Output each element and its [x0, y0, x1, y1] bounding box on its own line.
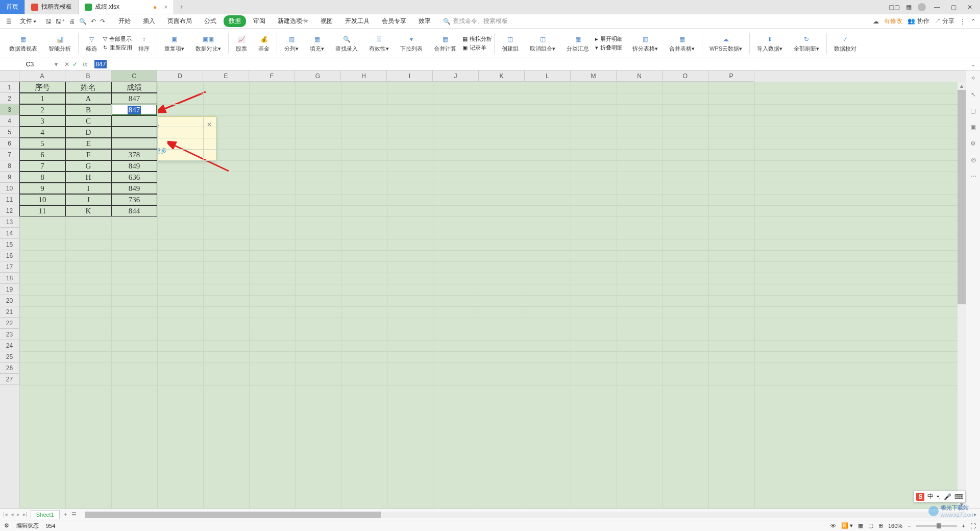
- view-break-icon[interactable]: ⊞: [878, 522, 883, 529]
- coop-button[interactable]: 👥 协作: [908, 17, 929, 26]
- cell-B6[interactable]: E: [65, 138, 111, 149]
- consol-button[interactable]: ▦合并计算: [429, 29, 461, 58]
- menu-insert[interactable]: 插入: [138, 15, 160, 27]
- select-all-corner[interactable]: [0, 70, 19, 82]
- row-header-7[interactable]: 7: [0, 149, 19, 160]
- col-header-B[interactable]: B: [65, 70, 111, 82]
- row-header-19[interactable]: 19: [0, 284, 19, 295]
- sheet-list-icon[interactable]: ☰: [71, 511, 77, 518]
- sheet-prev-icon[interactable]: ◂: [11, 511, 14, 518]
- name-box[interactable]: ▾: [0, 58, 60, 70]
- sheet-next-icon[interactable]: ▸: [17, 511, 20, 518]
- split-button[interactable]: ▥分列▾: [279, 29, 304, 58]
- cell-B10[interactable]: I: [65, 183, 111, 194]
- proof-button[interactable]: ✓数据校对: [829, 29, 862, 58]
- side-select-icon[interactable]: ↖: [971, 91, 976, 98]
- view-page-icon[interactable]: ▢: [868, 522, 873, 529]
- menu-view[interactable]: 视图: [315, 15, 338, 27]
- refresh-button[interactable]: ↻全部刷新▾: [789, 29, 824, 58]
- fill-button[interactable]: ▦填充▾: [305, 29, 329, 58]
- col-header-L[interactable]: L: [525, 70, 571, 82]
- row-header-10[interactable]: 10: [0, 183, 19, 194]
- tab-template[interactable]: 找稻壳模板: [25, 0, 79, 14]
- name-box-dropdown-icon[interactable]: ▾: [55, 61, 58, 68]
- cell-C5[interactable]: [111, 127, 157, 138]
- cell-A9[interactable]: 8: [19, 172, 65, 183]
- row-header-18[interactable]: 18: [0, 273, 19, 284]
- undo-icon[interactable]: ↶: [91, 18, 96, 25]
- cell-A1[interactable]: 序号: [19, 82, 65, 93]
- compare-button[interactable]: ▣▣数据对比▾: [190, 29, 226, 58]
- menu-dev[interactable]: 开发工具: [340, 15, 375, 27]
- minimize-button[interactable]: —: [932, 4, 942, 11]
- row-header-2[interactable]: 2: [0, 93, 19, 104]
- col-header-C[interactable]: C: [111, 70, 157, 82]
- row-header-16[interactable]: 16: [0, 250, 19, 261]
- side-clipboard-icon[interactable]: ▢: [970, 107, 976, 114]
- col-header-I[interactable]: I: [387, 70, 433, 82]
- row-header-12[interactable]: 12: [0, 205, 19, 216]
- cell-A2[interactable]: 1: [19, 93, 65, 104]
- confirm-icon[interactable]: ✓: [72, 61, 78, 68]
- simul-button[interactable]: ▦模拟分析: [462, 35, 492, 43]
- pivot-button[interactable]: ▦数据透视表: [4, 29, 42, 58]
- side-more-icon[interactable]: ⋯: [970, 173, 976, 180]
- cell-A11[interactable]: 10: [19, 194, 65, 205]
- row-header-8[interactable]: 8: [0, 160, 19, 172]
- col-header-D[interactable]: D: [157, 70, 203, 82]
- row-header-9[interactable]: 9: [0, 172, 19, 183]
- status-config-icon[interactable]: ⚙: [4, 522, 9, 529]
- row-header-15[interactable]: 15: [0, 239, 19, 250]
- cell-B12[interactable]: K: [65, 205, 111, 216]
- hscroll-thumb[interactable]: [85, 512, 381, 518]
- eye-icon[interactable]: 👁: [830, 523, 836, 529]
- dropdown-button[interactable]: ▾下拉列表: [395, 29, 428, 58]
- sheet-last-icon[interactable]: ▸|: [23, 511, 28, 518]
- cell-C12[interactable]: 844: [111, 205, 157, 216]
- cell-A6[interactable]: 5: [19, 138, 65, 149]
- close-button[interactable]: ✕: [965, 4, 975, 11]
- command-search[interactable]: 🔍 查找命令、搜索模板: [443, 17, 508, 26]
- row-header-13[interactable]: 13: [0, 216, 19, 228]
- cell-B4[interactable]: C: [65, 115, 111, 127]
- menu-efficiency[interactable]: 效率: [413, 15, 436, 27]
- cell-B3[interactable]: B: [65, 104, 111, 115]
- row-header-25[interactable]: 25: [0, 351, 19, 363]
- apps-icon[interactable]: ▦: [906, 4, 912, 11]
- tab-document[interactable]: 成绩.xlsx ● ×: [79, 0, 174, 14]
- preview-icon[interactable]: 🔍: [79, 18, 87, 25]
- side-settings-icon[interactable]: ⚙: [970, 140, 976, 147]
- cell-B8[interactable]: G: [65, 160, 111, 172]
- mergetbl-button[interactable]: ▦合并表格▾: [664, 29, 700, 58]
- cancel-icon[interactable]: ✕: [64, 61, 69, 68]
- new-tab-button[interactable]: ＋: [174, 0, 189, 14]
- cell-A12[interactable]: 11: [19, 205, 65, 216]
- menu-review[interactable]: 审阅: [248, 15, 271, 27]
- cell-C4[interactable]: [111, 115, 157, 127]
- cell-C1[interactable]: 成绩: [111, 82, 157, 93]
- col-header-E[interactable]: E: [203, 70, 249, 82]
- menu-data[interactable]: 数据: [224, 15, 246, 27]
- ime-lang[interactable]: 中: [927, 492, 934, 501]
- cell-A10[interactable]: 9: [19, 183, 65, 194]
- sheet-first-icon[interactable]: |◂: [3, 511, 8, 518]
- cell-C11[interactable]: 736: [111, 194, 157, 205]
- cells-area[interactable]: 847 ✕ ✕ 错误提示 重复内容 ▸ 了解更多 序号姓名: [19, 82, 980, 509]
- maximize-button[interactable]: ▢: [948, 4, 959, 11]
- row-header-4[interactable]: 4: [0, 115, 19, 127]
- menu-start[interactable]: 开始: [113, 15, 136, 27]
- hamburger-icon[interactable]: ☰: [4, 17, 14, 26]
- menu-member[interactable]: 会员专享: [377, 15, 411, 27]
- add-sheet-button[interactable]: ＋: [63, 511, 68, 518]
- col-header-N[interactable]: N: [617, 70, 663, 82]
- fullscreen-icon[interactable]: ⛶: [970, 523, 976, 529]
- row-header-3[interactable]: 3: [0, 104, 19, 115]
- cell-A7[interactable]: 6: [19, 149, 65, 160]
- zoom-value[interactable]: 160%: [888, 523, 902, 529]
- menu-formula[interactable]: 公式: [199, 15, 222, 27]
- file-menu[interactable]: 文件 ▾: [16, 16, 40, 27]
- cell-C9[interactable]: 636: [111, 172, 157, 183]
- fund-button[interactable]: 💰基金: [253, 29, 275, 58]
- collapse-ribbon-icon[interactable]: ⌃: [971, 18, 976, 25]
- col-header-A[interactable]: A: [19, 70, 65, 82]
